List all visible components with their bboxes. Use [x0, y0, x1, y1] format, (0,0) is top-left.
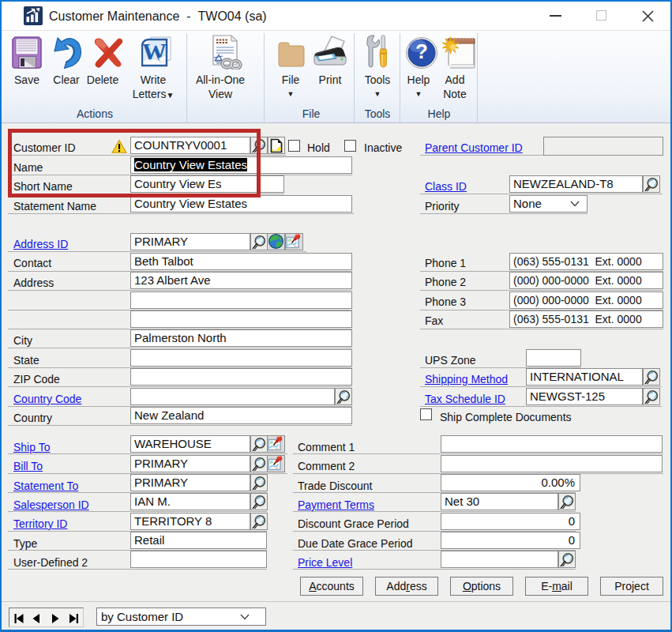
svg-text:?: ? [415, 40, 428, 63]
